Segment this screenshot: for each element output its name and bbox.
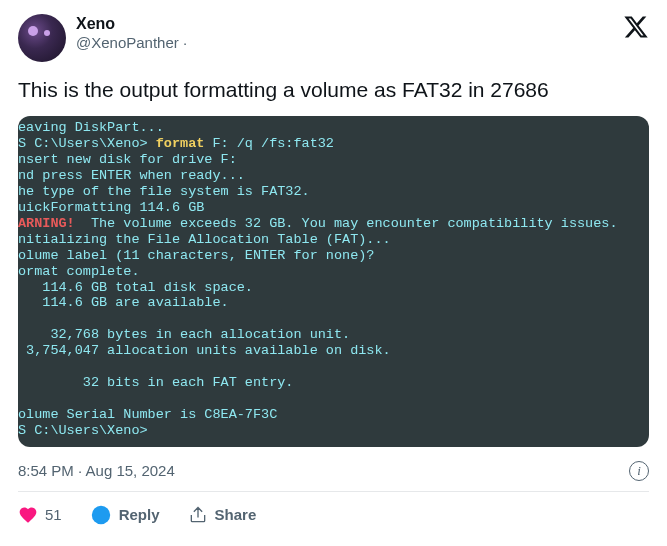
- term-line: 114.6 GB are available.: [18, 295, 229, 310]
- term-line: olume label (11 characters, ENTER for no…: [18, 248, 374, 263]
- info-icon[interactable]: i: [629, 461, 649, 481]
- timestamp[interactable]: 8:54 PM · Aug 15, 2024: [18, 462, 175, 479]
- tweet-header: Xeno @XenoPanther ·: [18, 14, 649, 62]
- term-line: 32,768 bytes in each allocation unit.: [18, 327, 350, 342]
- term-line: 32 bits in each FAT entry.: [18, 375, 293, 390]
- divider: [18, 491, 649, 492]
- share-icon: [188, 505, 208, 525]
- user-block[interactable]: Xeno @XenoPanther ·: [76, 14, 187, 53]
- term-cmd: format: [156, 136, 213, 151]
- term-line: nd press ENTER when ready...: [18, 168, 245, 183]
- reply-icon: [90, 504, 112, 526]
- term-line: The volume exceeds 32 GB. You may encoun…: [75, 216, 618, 231]
- actions-bar: 51 Reply Share: [18, 504, 649, 526]
- term-line: he type of the file system is FAT32.: [18, 184, 310, 199]
- meta-row: 8:54 PM · Aug 15, 2024 i: [18, 461, 649, 481]
- term-line: eaving DiskPart...: [18, 120, 164, 135]
- like-button[interactable]: 51: [18, 505, 62, 525]
- terminal-screenshot: eaving DiskPart... S C:\Users\Xeno> form…: [18, 116, 649, 446]
- term-line: 3,754,047 allocation units available on …: [18, 343, 391, 358]
- term-prompt: S C:\Users\Xeno>: [18, 136, 156, 151]
- tweet-text: This is the output formatting a volume a…: [18, 76, 649, 104]
- avatar[interactable]: [18, 14, 66, 62]
- svg-point-0: [92, 506, 110, 524]
- term-line: ormat complete.: [18, 264, 140, 279]
- term-args: F: /q /fs:fat32: [212, 136, 334, 151]
- term-warn: ARNING!: [18, 216, 75, 231]
- share-label: Share: [215, 506, 257, 523]
- share-button[interactable]: Share: [188, 505, 257, 525]
- term-line: 114.6 GB total disk space.: [18, 280, 253, 295]
- heart-icon: [18, 505, 38, 525]
- term-line: uickFormatting 114.6 GB: [18, 200, 204, 215]
- x-logo-icon[interactable]: [623, 14, 649, 40]
- reply-label: Reply: [119, 506, 160, 523]
- term-line: olume Serial Number is C8EA-7F3C: [18, 407, 277, 422]
- reply-button[interactable]: Reply: [90, 504, 160, 526]
- term-prompt: S C:\Users\Xeno>: [18, 423, 148, 438]
- like-count: 51: [45, 506, 62, 523]
- term-line: nsert new disk for drive F:: [18, 152, 237, 167]
- user-handle: @XenoPanther ·: [76, 34, 187, 53]
- display-name: Xeno: [76, 14, 187, 34]
- term-line: nitializing the File Allocation Table (F…: [18, 232, 391, 247]
